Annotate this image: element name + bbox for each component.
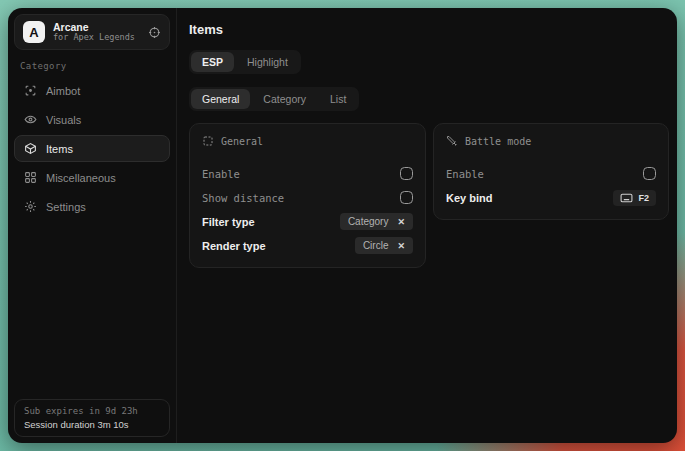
setting-label: Render type [202,240,266,252]
setting-label: Filter type [202,216,255,228]
gear-icon [24,200,37,213]
tab-list[interactable]: List [319,89,357,109]
sidebar-item-miscellaneous[interactable]: Miscellaneous [14,164,170,191]
sidebar-item-aimbot[interactable]: Aimbot [14,77,170,104]
crosshair-scan-icon [24,84,37,97]
tab-general[interactable]: General [191,89,250,109]
sidebar-spacer [14,220,170,399]
tab-category[interactable]: Category [252,89,317,109]
sub-expires-text: Sub expires in 9d 23h [24,406,160,416]
sidebar-item-label: Aimbot [46,85,80,97]
sidebar-item-items[interactable]: Items [14,135,170,162]
show-distance-checkbox[interactable] [400,191,413,204]
key-bind-value: F2 [638,193,649,203]
app-subtitle: for Apex Legends [53,33,140,43]
sidebar-item-label: Items [46,143,73,155]
app-names: Arcane for Apex Legends [53,21,140,43]
tab-highlight[interactable]: Highlight [236,52,299,72]
eye-icon [24,113,37,126]
setting-label: Key bind [446,192,492,204]
close-icon[interactable]: ✕ [397,241,405,251]
panel-battle-mode: Battle mode Enable Key bind F2 [433,123,669,220]
app-window: A Arcane for Apex Legends Category Aimbo… [8,8,677,443]
package-icon [24,142,37,155]
close-icon[interactable]: ✕ [397,217,405,227]
setting-label: Enable [202,168,240,180]
dashed-box-icon [202,135,214,147]
setting-label: Enable [446,168,484,180]
sidebar: A Arcane for Apex Legends Category Aimbo… [8,8,177,443]
crosshair-icon[interactable] [148,26,161,39]
panel-header-label: General [221,136,263,147]
sidebar-item-label: Settings [46,201,86,213]
panel-battle-header: Battle mode [446,135,656,147]
sidebar-item-settings[interactable]: Settings [14,193,170,220]
main-content: Items ESP Highlight General Category Lis… [177,8,677,443]
category-section-label: Category [20,61,166,71]
setting-row-show-distance: Show distance [202,189,413,206]
tab-esp[interactable]: ESP [191,52,234,72]
setting-row-enable: Enable [202,165,413,182]
enable-checkbox[interactable] [400,167,413,180]
render-type-select[interactable]: Circle ✕ [355,237,413,254]
keyboard-icon [620,193,633,203]
render-type-value: Circle [363,240,389,251]
subscription-card: Sub expires in 9d 23h Session duration 3… [14,399,170,437]
setting-row-render-type: Render type Circle ✕ [202,237,413,254]
setting-row-filter-type: Filter type Category ✕ [202,213,413,230]
session-duration-text: Session duration 3m 10s [24,419,160,430]
view-tab-group: General Category List [189,87,359,111]
sidebar-item-label: Miscellaneous [46,172,116,184]
grid-icon [24,171,37,184]
panel-general: General Enable Show distance Filter type… [189,123,426,268]
filter-type-select[interactable]: Category ✕ [340,213,413,230]
sidebar-item-visuals[interactable]: Visuals [14,106,170,133]
panels-row: General Enable Show distance Filter type… [189,123,669,268]
key-bind-button[interactable]: F2 [613,190,656,206]
battle-enable-checkbox[interactable] [643,167,656,180]
setting-row-key-bind: Key bind F2 [446,189,656,206]
filter-type-value: Category [348,216,389,227]
setting-row-battle-enable: Enable [446,165,656,182]
panel-header-label: Battle mode [465,136,531,147]
page-title: Items [189,22,669,37]
mode-tab-group: ESP Highlight [189,50,301,74]
panel-general-header: General [202,135,413,147]
sidebar-item-label: Visuals [46,114,81,126]
sidebar-nav: Aimbot Visuals Items [14,77,170,220]
setting-label: Show distance [202,192,284,204]
app-logo: A [23,21,45,43]
sword-icon [446,135,458,147]
app-header-card: A Arcane for Apex Legends [14,14,170,50]
